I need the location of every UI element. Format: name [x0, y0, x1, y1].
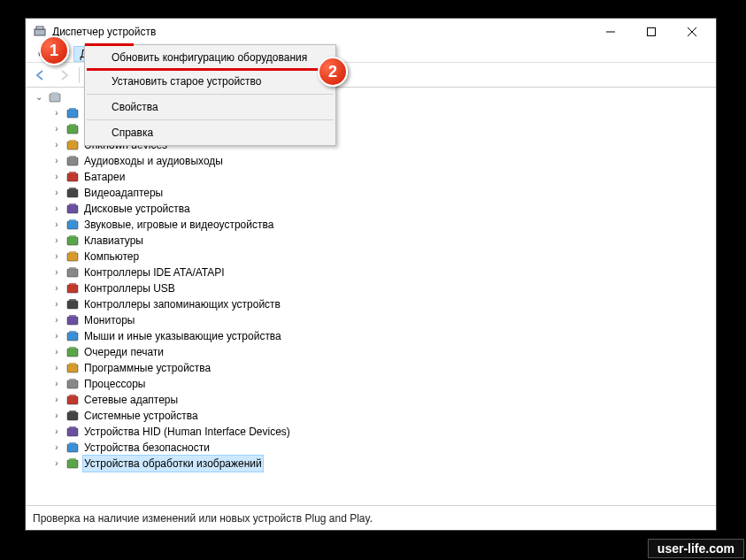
tree-item-label[interactable]: Компьютер	[82, 249, 141, 265]
tree-item-label[interactable]: Контроллеры IDE ATA/ATAPI	[82, 265, 227, 280]
device-category-icon	[65, 170, 80, 184]
toolbar-separator	[79, 67, 80, 83]
expander-icon[interactable]: ›	[50, 250, 63, 263]
tree-item[interactable]: ›Контроллеры запоминающих устройств	[27, 296, 716, 312]
tree-item-label[interactable]: Программные устройства	[82, 360, 212, 376]
svg-rect-30	[67, 285, 78, 293]
device-category-icon	[65, 313, 80, 327]
expander-icon[interactable]: ›	[50, 426, 63, 438]
expander-icon[interactable]: ›	[50, 123, 63, 135]
expander-icon[interactable]: ›	[50, 362, 63, 374]
tree-item[interactable]: ›Компьютер	[27, 249, 716, 265]
expander-icon[interactable]: ›	[50, 410, 63, 422]
svg-rect-25	[69, 235, 76, 238]
expander-icon[interactable]: ›	[50, 394, 63, 406]
svg-rect-47	[69, 410, 76, 413]
expander-icon[interactable]: ›	[50, 234, 63, 247]
tree-item[interactable]: ›Звуковые, игровые и видеоустройства	[27, 217, 716, 233]
device-category-icon	[65, 361, 80, 375]
app-icon	[33, 25, 47, 39]
svg-rect-29	[69, 267, 76, 270]
expander-icon[interactable]: ›	[50, 266, 63, 279]
tree-item[interactable]: ›Очереди печати	[27, 344, 716, 360]
expander-icon[interactable]: ›	[50, 346, 63, 358]
tree-item[interactable]: ›Системные устройства	[27, 408, 716, 424]
expander-icon[interactable]: ›	[50, 441, 63, 454]
window-title: Диспетчер устройств	[52, 26, 590, 38]
expander-icon[interactable]: ›	[50, 298, 63, 311]
svg-rect-21	[69, 203, 76, 206]
device-category-icon	[65, 393, 80, 407]
expander-icon[interactable]: ›	[50, 457, 63, 470]
expander-icon[interactable]: ⌄	[33, 91, 45, 104]
tree-item[interactable]: ›Программные устройства	[27, 360, 716, 376]
tree-item-label[interactable]: Мыши и иные указывающие устройства	[82, 328, 283, 344]
tree-item-label[interactable]: Батареи	[82, 169, 127, 185]
svg-rect-39	[69, 347, 76, 349]
tree-item-label[interactable]: Аудиовходы и аудиовыходы	[82, 153, 225, 169]
maximize-button[interactable]	[631, 19, 672, 44]
expander-icon[interactable]: ›	[50, 203, 63, 215]
action-menu-dropdown: Обновить конфигурацию оборудования Устан…	[84, 44, 336, 146]
tree-item[interactable]: ›Процессоры	[27, 376, 716, 392]
tree-item-label[interactable]: Звуковые, игровые и видеоустройства	[82, 217, 275, 233]
tree-item-label[interactable]: Очереди печати	[82, 344, 165, 360]
tree-item-label[interactable]: Дисковые устройства	[82, 201, 192, 217]
tree-item[interactable]: ›Клавиатуры	[27, 233, 716, 249]
expander-icon[interactable]: ›	[50, 107, 63, 119]
tree-item[interactable]: ›Батареи	[27, 169, 716, 185]
device-category-icon	[65, 218, 80, 232]
tree-item-label[interactable]: Контроллеры запоминающих устройств	[82, 296, 282, 312]
tree-item[interactable]: ›Контроллеры IDE ATA/ATAPI	[27, 265, 716, 280]
tree-item[interactable]: ›Видеоадаптеры	[27, 185, 716, 201]
tree-item-label[interactable]: Устройства безопасности	[82, 440, 211, 456]
menu-properties[interactable]: Свойства	[87, 96, 334, 118]
tree-item[interactable]: ›Мониторы	[27, 312, 716, 328]
expander-icon[interactable]: ›	[50, 378, 63, 390]
svg-rect-52	[67, 460, 78, 468]
tree-item[interactable]: ›Устройства обработки изображений	[27, 456, 716, 472]
expander-icon[interactable]: ›	[50, 187, 63, 199]
svg-rect-31	[69, 283, 76, 286]
svg-rect-53	[69, 458, 76, 461]
menu-help[interactable]: Справка	[87, 122, 334, 143]
svg-rect-26	[67, 253, 78, 261]
expander-icon[interactable]: ›	[50, 155, 63, 167]
svg-rect-13	[69, 140, 76, 142]
tree-item[interactable]: ›Мыши и иные указывающие устройства	[27, 328, 716, 344]
tree-item-label[interactable]: Устройства обработки изображений	[82, 455, 264, 472]
device-tree[interactable]: ⌄›Bluetooth›Unknown devices›Unknown devi…	[27, 89, 716, 472]
tree-item-label[interactable]: Мониторы	[82, 312, 136, 328]
tree-item[interactable]: ›Контроллеры USB	[27, 280, 716, 296]
device-category-icon	[65, 122, 80, 136]
menu-separator	[87, 119, 334, 120]
tree-item[interactable]: ›Дисковые устройства	[27, 201, 716, 217]
tree-item[interactable]: ›Аудиовходы и аудиовыходы	[27, 153, 716, 169]
expander-icon[interactable]: ›	[50, 171, 63, 183]
minimize-button[interactable]	[590, 19, 631, 44]
back-button[interactable]	[31, 65, 50, 85]
tree-item[interactable]: ›Устройства HID (Human Interface Devices…	[27, 424, 716, 440]
expander-icon[interactable]: ›	[50, 330, 63, 342]
expander-icon[interactable]: ›	[50, 314, 63, 326]
menu-scan-hardware[interactable]: Обновить конфигурацию оборудования	[87, 47, 334, 71]
tree-item[interactable]: ›Устройства безопасности	[27, 440, 716, 456]
svg-rect-35	[69, 315, 76, 318]
device-category-icon	[65, 154, 80, 168]
tree-item-label[interactable]: Устройства HID (Human Interface Devices)	[82, 424, 292, 440]
tree-item[interactable]: ›Сетевые адаптеры	[27, 392, 716, 408]
tree-item-label[interactable]: Клавиатуры	[82, 233, 145, 249]
svg-rect-32	[67, 301, 78, 309]
forward-button[interactable]	[54, 65, 73, 85]
expander-icon[interactable]: ›	[50, 282, 63, 295]
expander-icon[interactable]: ›	[50, 219, 63, 231]
tree-item-label[interactable]: Системные устройства	[82, 408, 200, 424]
tree-item-label[interactable]: Контроллеры USB	[82, 280, 177, 296]
close-button[interactable]	[672, 19, 712, 44]
tree-item-label[interactable]: Видеоадаптеры	[82, 185, 165, 201]
annotation-underline-action	[85, 43, 134, 46]
expander-icon[interactable]: ›	[50, 139, 63, 151]
menu-add-legacy[interactable]: Установить старое устройство	[87, 71, 334, 92]
tree-item-label[interactable]: Сетевые адаптеры	[82, 392, 180, 408]
tree-item-label[interactable]: Процессоры	[82, 376, 148, 392]
